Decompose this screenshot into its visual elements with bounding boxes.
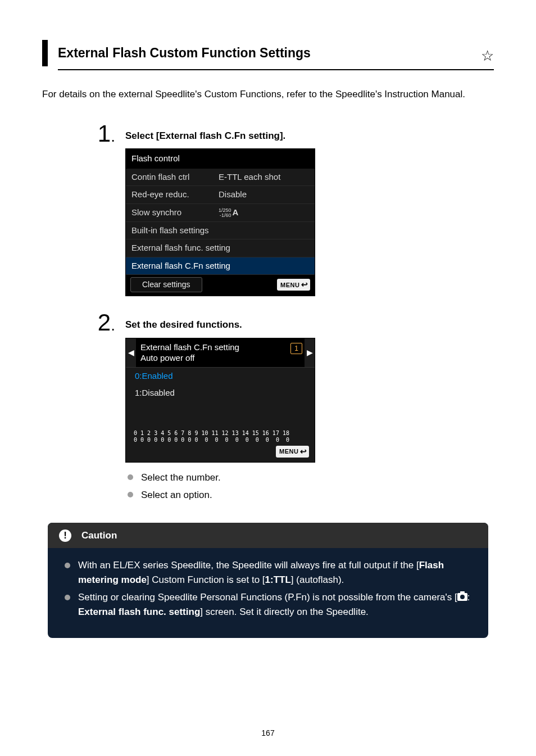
- cfn-title-line2: Auto power off: [140, 352, 300, 364]
- bullet-icon: [65, 563, 70, 568]
- bullet-icon: [65, 595, 70, 600]
- list-item: Select an option.: [128, 488, 494, 503]
- bullet-icon: [128, 492, 133, 497]
- menu-row-external-flash-cfn: External flash C.Fn setting: [126, 257, 315, 275]
- step-number-2: 2.: [93, 311, 115, 334]
- caution-box: ! Caution With an EL/EX series Speedlite…: [48, 523, 488, 639]
- menu-row-slow-synchro: Slow synchro 1/250 -1/60 A: [126, 203, 315, 221]
- intro-paragraph: For details on the external Speedlite's …: [42, 87, 494, 102]
- page-indicator-badge: 1: [290, 343, 302, 354]
- menu-row-builtin-flash: Built-in flash settings: [126, 221, 315, 239]
- menu-return-badge: MENU↩: [277, 279, 310, 291]
- cfn-title-line1: External flash C.Fn setting: [140, 342, 300, 353]
- right-arrow-icon: ▶: [305, 338, 315, 367]
- step-2-title: Set the desired functions.: [125, 318, 494, 332]
- clear-settings-button: Clear settings: [130, 277, 202, 292]
- bullet-icon: [128, 474, 133, 480]
- left-arrow-icon: ◀: [126, 338, 136, 367]
- step-number-1: 1.: [93, 122, 115, 146]
- return-icon: ↩: [301, 279, 308, 291]
- cfn-setting-menu: ◀ External flash C.Fn setting Auto power…: [125, 338, 315, 463]
- camera-icon: [457, 593, 467, 601]
- return-icon: ↩: [300, 446, 307, 458]
- page-title: External Flash Custom Function Settings: [58, 40, 311, 66]
- option-disabled: 1:Disabled: [126, 384, 315, 402]
- star-icon: ☆: [481, 45, 494, 67]
- page-number: 167: [0, 727, 536, 739]
- list-item: Setting or clearing Speedlite Personal F…: [65, 590, 471, 619]
- option-enabled: 0:Enabled: [126, 368, 315, 385]
- menu-return-badge: MENU↩: [276, 446, 309, 458]
- step-1-title: Select [External flash C.Fn setting].: [125, 129, 494, 143]
- caution-icon: !: [59, 529, 71, 542]
- list-item: With an EL/EX series Speedlite, the Spee…: [65, 558, 471, 587]
- list-item: Select the number.: [128, 470, 494, 485]
- flash-control-menu: Flash control Contin flash ctrl E-TTL ea…: [125, 148, 315, 296]
- menu-header: Flash control: [126, 149, 315, 169]
- menu-row-contin-flash: Contin flash ctrl E-TTL each shot: [126, 169, 315, 186]
- caution-title: Caution: [81, 528, 117, 543]
- cfn-index-numbers: 0 1 2 3 4 5 6 7 8 9 10 11 12 13 14 15 16…: [126, 427, 315, 445]
- menu-row-external-flash-func: External flash func. setting: [126, 239, 315, 257]
- menu-row-red-eye: Red-eye reduc. Disable: [126, 185, 315, 203]
